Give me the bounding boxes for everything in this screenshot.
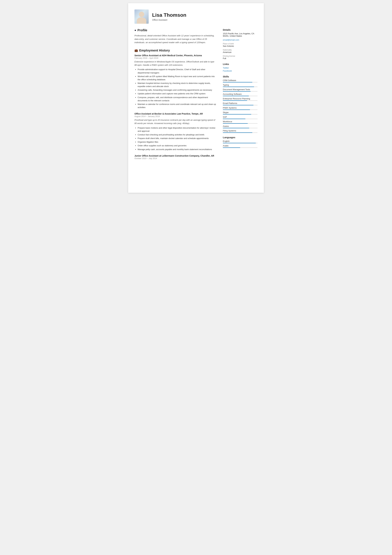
details-title: Details: [223, 29, 257, 31]
skills-list: CRM Software Typing Document Management …: [223, 79, 257, 133]
list-item: Manage petty cash, accounts payable and …: [138, 148, 216, 151]
skill-name: Skype: [223, 111, 257, 114]
skill-bar-bg: [223, 82, 257, 82]
job-3-title: Junior Office Assistant at Leibermann Co…: [135, 154, 216, 157]
language-bar-fill: [223, 143, 256, 143]
avatar: [135, 9, 149, 24]
detail-address: 1515 Pacific Ave, Los Angeles, CA 90291,…: [223, 32, 257, 37]
skill-bar-fill: [223, 100, 247, 101]
skill-item: Document Management Tools: [223, 88, 257, 92]
detail-nationality: Nationality American: [223, 49, 257, 53]
skill-name: Workforce: [223, 120, 257, 123]
employment-icon: 💼: [135, 49, 138, 52]
skill-name: Filing Systems: [223, 130, 257, 132]
resume-document: Lisa Thomson Office Assistant ● Profile …: [128, 3, 264, 193]
language-name: Arabic: [223, 145, 257, 147]
skill-bar-fill: [223, 82, 252, 82]
details-section: Details 1515 Pacific Ave, Los Angeles, C…: [223, 29, 257, 59]
full-name: Lisa Thomson: [152, 12, 186, 18]
detail-driving: Driving license Full: [223, 55, 257, 59]
skill-bar-fill: [223, 105, 253, 105]
job-2-dates: August 2014 – January 2019: [135, 115, 216, 117]
skills-title: Skills: [223, 75, 257, 78]
skill-item: Skype: [223, 111, 257, 115]
detail-email: email@email.com: [223, 39, 257, 41]
skill-bar-fill: [223, 123, 248, 124]
employment-section: 💼 Employment History Senior Office Assis…: [135, 49, 216, 160]
links-title: Links: [223, 63, 257, 66]
skill-bar-bg: [223, 96, 257, 96]
skill-item: Email Platforms: [223, 102, 257, 105]
profile-title: ● Profile: [135, 29, 216, 32]
language-item: Arabic: [223, 145, 257, 148]
list-item: Provide administrative support to Hospit…: [138, 68, 216, 74]
language-bar-bg: [223, 143, 257, 143]
skill-item: Enterprise Resource Planning: [223, 97, 257, 101]
skill-name: PABX Systems: [223, 107, 257, 109]
skill-bar-bg: [223, 91, 257, 92]
languages-section: Languages English Arabic: [223, 136, 257, 148]
job-item: Senior Office Assistant at ADH Medical C…: [135, 54, 216, 109]
job-2-bullets: Prepare basic motions and other legal di…: [135, 126, 216, 151]
profile-icon: ●: [135, 29, 136, 32]
job-title: Office Assistant: [152, 19, 186, 21]
job-2-title: Office Assistant at Becker & Associates …: [135, 112, 216, 115]
skill-bar-bg: [223, 119, 257, 119]
links-section: Links Twitter Facebook: [223, 63, 257, 72]
list-item: Compose, prepare, edit, and distribute c…: [138, 96, 216, 102]
profile-section: ● Profile Professional, detail-oriented …: [135, 29, 216, 44]
skill-item: Workforce: [223, 120, 257, 124]
list-item: Organize litigation files: [138, 140, 216, 144]
skill-bar-bg: [223, 123, 257, 124]
skill-item: Typing: [223, 84, 257, 87]
side-column: Details 1515 Pacific Ave, Los Angeles, C…: [223, 29, 257, 164]
skill-name: Asana: [223, 125, 257, 127]
skill-name: Typing: [223, 84, 257, 86]
resume-header: Lisa Thomson Office Assistant: [135, 9, 257, 24]
main-column: ● Profile Professional, detail-oriented …: [135, 29, 216, 164]
list-item: Maintain a calendar for conference rooms…: [138, 103, 216, 109]
job-item: Junior Office Assistant at Leibermann Co…: [135, 154, 216, 160]
languages-title: Languages: [223, 136, 257, 139]
job-1-dates: February 2016 – April 2019: [135, 57, 216, 59]
header-info: Lisa Thomson Office Assistant: [152, 12, 186, 21]
detail-birth: Place of birth San Antonio: [223, 43, 257, 47]
skill-name: Accounting Software: [223, 93, 257, 95]
profile-text: Professional, detail-oriented Office Ass…: [135, 34, 216, 44]
list-item: Prepare draft client bills, maintain doc…: [138, 137, 216, 140]
skill-bar-bg: [223, 100, 257, 101]
skill-bar-fill: [223, 87, 254, 87]
list-item: Worked with an ER system titled Waiting …: [138, 75, 216, 81]
skill-item: Asana: [223, 125, 257, 128]
languages-list: English Arabic: [223, 140, 257, 148]
list-item: Answering calls, forwarding messages and…: [138, 88, 216, 92]
skill-bar-fill: [223, 91, 251, 92]
skill-item: PABX Systems: [223, 107, 257, 110]
job-1-bullets: Provide administrative support to Hospit…: [135, 68, 216, 109]
language-item: English: [223, 140, 257, 143]
skill-name: Document Management Tools: [223, 88, 257, 91]
skill-name: CRM Software: [223, 79, 257, 81]
list-item: Maintain hospital kitchen inventory by c…: [138, 82, 216, 88]
skill-bar-fill: [223, 114, 251, 115]
skill-bar-fill: [223, 119, 245, 119]
skill-bar-fill: [223, 128, 249, 128]
link-facebook[interactable]: Facebook: [223, 70, 257, 72]
job-2-desc: Proofread and type up to 20 insurance co…: [135, 118, 216, 125]
job-1-title: Senior Office Assistant at ADH Medical C…: [135, 54, 216, 57]
skill-item: SAP: [223, 116, 257, 119]
link-twitter[interactable]: Twitter: [223, 67, 257, 69]
job-1-desc: Extensive experience in Windows/Apple OS…: [135, 60, 216, 67]
skill-bar-bg: [223, 105, 257, 105]
skill-bar-fill: [223, 110, 250, 110]
skill-item: Accounting Software: [223, 93, 257, 96]
skill-name: SAP: [223, 116, 257, 118]
skill-bar-bg: [223, 87, 257, 87]
resume-body: ● Profile Professional, detail-oriented …: [135, 29, 257, 164]
job-3-dates: October 2010 – July 2014: [135, 157, 216, 160]
skill-bar-bg: [223, 128, 257, 128]
list-item: Conduct fact-checking and proofreading a…: [138, 133, 216, 136]
list-item: Order office supplies such as stationery…: [138, 144, 216, 147]
skills-section: Skills CRM Software Typing Document Mana…: [223, 75, 257, 133]
skill-bar-fill: [223, 96, 249, 96]
